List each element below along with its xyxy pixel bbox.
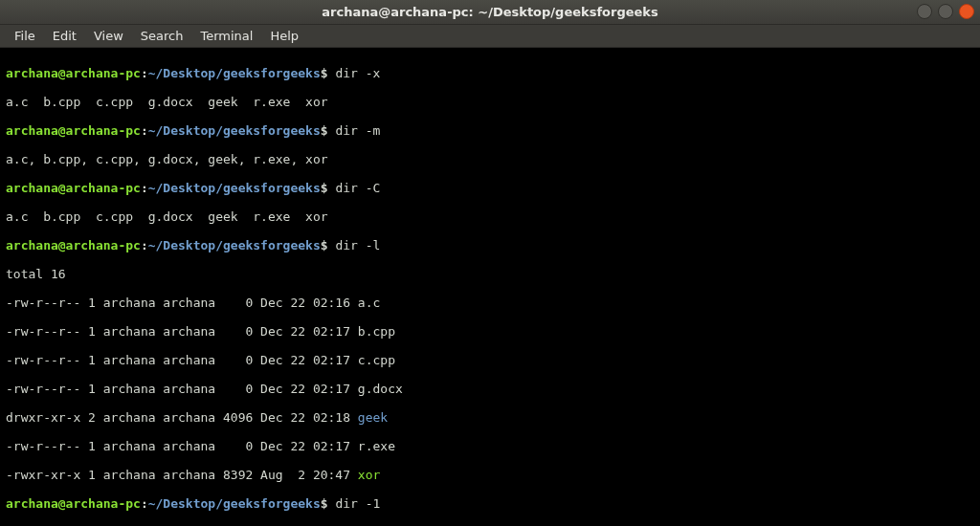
terminal-line: -rw-r--r-- 1 archana archana 0 Dec 22 02…: [6, 296, 974, 310]
terminal-line: archana@archana-pc:~/Desktop/geeksforgee…: [6, 496, 974, 511]
command-text: dir -l: [335, 238, 380, 252]
prompt-host: archana@archana-pc: [6, 66, 141, 80]
prompt-host: archana@archana-pc: [6, 238, 141, 252]
menu-search[interactable]: Search: [132, 26, 192, 46]
terminal-line: archana@archana-pc:~/Desktop/geeksforgee…: [6, 66, 974, 80]
terminal-body[interactable]: archana@archana-pc:~/Desktop/geeksforgee…: [0, 48, 980, 526]
terminal-line: archana@archana-pc:~/Desktop/geeksforgee…: [6, 123, 974, 138]
menu-view[interactable]: View: [85, 26, 132, 46]
command-text: dir -C: [335, 181, 380, 195]
terminal-line: -rw-r--r-- 1 archana archana 0 Dec 22 02…: [6, 439, 974, 453]
ls-entry-prefix: -rwxr-xr-x 1 archana archana 8392 Aug 2 …: [6, 468, 358, 482]
ls-entry-exec: xor: [358, 468, 380, 482]
prompt-sep: :: [141, 238, 148, 252]
terminal-line: drwxr-xr-x 2 archana archana 4096 Dec 22…: [6, 410, 974, 425]
prompt-host: archana@archana-pc: [6, 181, 141, 195]
menu-terminal[interactable]: Terminal: [191, 26, 261, 46]
prompt-sigil: $: [321, 66, 328, 80]
prompt-sep: :: [141, 123, 148, 138]
prompt-path: ~/Desktop/geeksforgeeks: [148, 123, 321, 138]
maximize-button[interactable]: [938, 4, 953, 19]
terminal-line: -rwxr-xr-x 1 archana archana 8392 Aug 2 …: [6, 468, 974, 482]
prompt-path: ~/Desktop/geeksforgeeks: [148, 496, 321, 511]
menu-help[interactable]: Help: [261, 26, 307, 46]
ls-entry-prefix: drwxr-xr-x 2 archana archana 4096 Dec 22…: [6, 410, 358, 425]
command-text: dir -m: [335, 123, 380, 138]
menu-edit[interactable]: Edit: [44, 26, 85, 46]
close-button[interactable]: [959, 4, 974, 19]
terminal-line: a.c b.cpp c.cpp g.docx geek r.exe xor: [6, 95, 974, 109]
prompt-path: ~/Desktop/geeksforgeeks: [148, 66, 321, 80]
terminal-line: -rw-r--r-- 1 archana archana 0 Dec 22 02…: [6, 324, 974, 339]
prompt-sigil: $: [321, 123, 328, 138]
menu-file[interactable]: File: [6, 26, 44, 46]
terminal-line: archana@archana-pc:~/Desktop/geeksforgee…: [6, 238, 974, 252]
window-title: archana@archana-pc: ~/Desktop/geeksforge…: [322, 5, 658, 19]
terminal-line: -rw-r--r-- 1 archana archana 0 Dec 22 02…: [6, 353, 974, 367]
prompt-sigil: $: [321, 496, 328, 511]
prompt-host: archana@archana-pc: [6, 496, 141, 511]
prompt-sep: :: [141, 181, 148, 195]
titlebar: archana@archana-pc: ~/Desktop/geeksforge…: [0, 0, 980, 25]
terminal-line: a.c b.cpp c.cpp g.docx geek r.exe xor: [6, 209, 974, 224]
window-controls: [917, 4, 974, 19]
prompt-sep: :: [141, 496, 148, 511]
ls-entry-dir: geek: [358, 410, 388, 425]
prompt-sep: :: [141, 66, 148, 80]
terminal-line: total 16: [6, 267, 974, 281]
minimize-button[interactable]: [917, 4, 932, 19]
terminal-line: archana@archana-pc:~/Desktop/geeksforgee…: [6, 181, 974, 195]
prompt-path: ~/Desktop/geeksforgeeks: [148, 181, 321, 195]
menubar: File Edit View Search Terminal Help: [0, 25, 980, 48]
prompt-sigil: $: [321, 181, 328, 195]
prompt-host: archana@archana-pc: [6, 123, 141, 138]
terminal-window: archana@archana-pc: ~/Desktop/geeksforge…: [0, 0, 980, 526]
terminal-line: -rw-r--r-- 1 archana archana 0 Dec 22 02…: [6, 382, 974, 396]
command-text: dir -x: [335, 66, 380, 80]
prompt-sigil: $: [321, 238, 328, 252]
terminal-line: a.c, b.cpp, c.cpp, g.docx, geek, r.exe, …: [6, 152, 974, 166]
prompt-path: ~/Desktop/geeksforgeeks: [148, 238, 321, 252]
command-text: dir -1: [335, 496, 380, 511]
